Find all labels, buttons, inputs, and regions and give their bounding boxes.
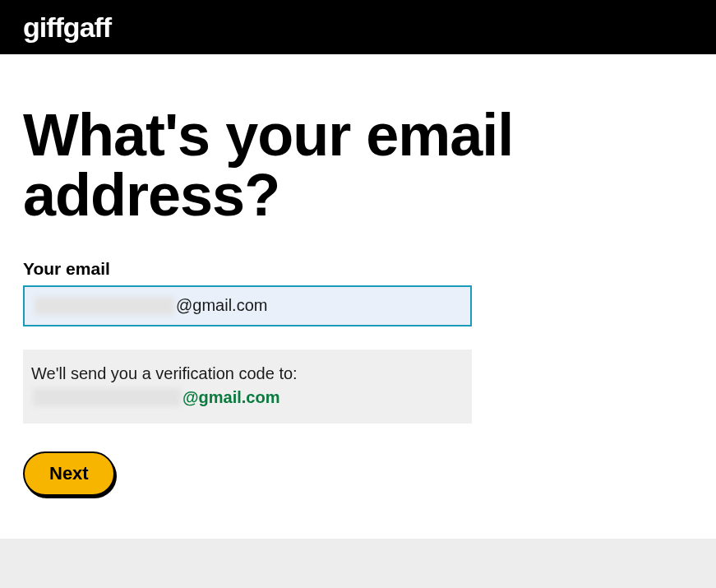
email-value-suffix: @gmail.com [176,296,267,315]
brand-logo: giffgaff [23,12,111,44]
footer-bar [0,539,716,588]
header-bar: giffgaff [0,0,716,54]
redacted-email-prefix [35,297,174,315]
verification-message: We'll send you a verification code to: [31,364,464,383]
email-label: Your email [23,259,693,279]
next-button[interactable]: Next [23,451,115,496]
page-title: What's your email address? [23,105,693,226]
verification-email: @gmail.com [31,388,464,407]
verification-info-box: We'll send you a verification code to: @… [23,350,472,424]
email-field[interactable]: @gmail.com [23,285,472,326]
redacted-verify-prefix [33,388,181,406]
main-content: What's your email address? Your email @g… [0,54,716,496]
verification-email-suffix: @gmail.com [182,388,279,407]
